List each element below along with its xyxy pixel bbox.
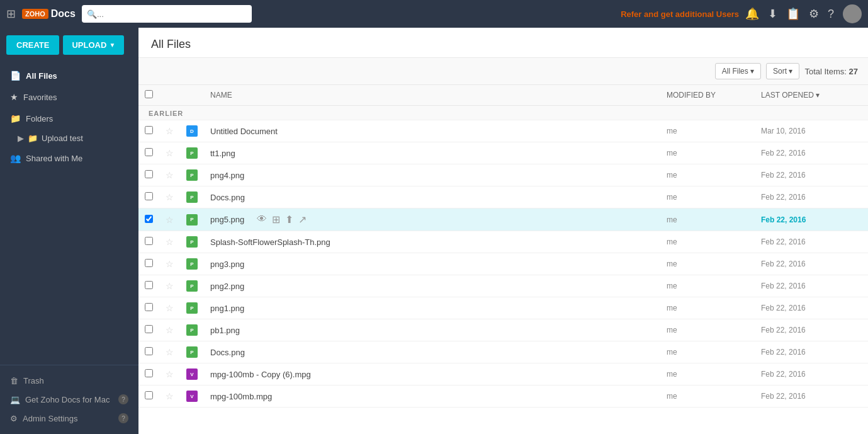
sidebar-actions: CREATE UPLOAD ▼ xyxy=(0,28,138,62)
file-table: NAME MODIFIED BY LAST OPENED ▾ EARLIER ☆… xyxy=(138,85,868,434)
toolbar: All Files ▾ Sort ▾ Total Items: 27 xyxy=(138,58,868,85)
sidebar-item-get-zoho[interactable]: 💻 Get Zoho Docs for Mac ? xyxy=(10,390,128,409)
file-name[interactable]: Docs.png xyxy=(210,193,245,202)
get-zoho-help-badge[interactable]: ? xyxy=(118,394,128,404)
row-checkbox[interactable] xyxy=(145,215,153,223)
row-checkbox[interactable] xyxy=(145,148,153,156)
sidebar-item-all-files[interactable]: 📄 All Files xyxy=(0,65,138,86)
row-checkbox[interactable] xyxy=(145,369,153,377)
admin-help-badge[interactable]: ? xyxy=(118,413,128,423)
file-name[interactable]: Untitled Document xyxy=(210,127,278,136)
star-icon[interactable]: ☆ xyxy=(166,325,174,335)
row-modified-cell: me xyxy=(660,319,755,341)
png-file-icon: P xyxy=(186,280,198,292)
table-row: ☆ P pb1.png me Feb 22, 2016 xyxy=(138,319,868,341)
row-name-cell: mpg-100mb - Copy (6).mpg xyxy=(204,363,660,385)
row-modified-cell: me xyxy=(660,186,755,208)
row-checkbox[interactable] xyxy=(145,170,153,178)
row-checkbox[interactable] xyxy=(145,259,153,267)
file-name[interactable]: tt1.png xyxy=(210,149,235,158)
row-checkbox[interactable] xyxy=(145,347,153,355)
tasks-icon[interactable]: 📋 xyxy=(786,7,800,21)
star-icon[interactable]: ☆ xyxy=(166,192,174,202)
row-checkbox[interactable] xyxy=(145,303,153,311)
trash-icon: 🗑 xyxy=(10,376,18,385)
row-icon-cell: P xyxy=(180,186,204,208)
row-icon-cell: D xyxy=(180,120,204,142)
star-icon[interactable]: ☆ xyxy=(166,281,174,291)
move-action-icon[interactable]: ⬆ xyxy=(285,214,293,226)
settings-icon[interactable]: ⚙ xyxy=(809,7,819,21)
row-name-cell: png4.png xyxy=(204,164,660,186)
row-star-cell: ☆ xyxy=(159,275,180,297)
sort-button[interactable]: Sort ▾ xyxy=(766,63,799,79)
download-icon[interactable]: ⬇ xyxy=(768,7,777,21)
row-checkbox[interactable] xyxy=(145,126,153,134)
sidebar-item-shared[interactable]: 👥 Shared with Me xyxy=(0,147,138,169)
file-name[interactable]: png5.png xyxy=(210,215,244,224)
star-icon[interactable]: ☆ xyxy=(166,148,174,158)
sidebar-item-admin[interactable]: ⚙ Admin Settings ? xyxy=(10,409,128,428)
create-button[interactable]: CREATE xyxy=(6,35,59,55)
row-checkbox[interactable] xyxy=(145,281,153,289)
star-icon[interactable]: ☆ xyxy=(166,391,174,401)
star-icon[interactable]: ☆ xyxy=(166,237,174,247)
file-name[interactable]: png3.png xyxy=(210,260,244,269)
row-name-cell: mpg-100mb.mpg xyxy=(204,385,660,408)
row-name-cell: Docs.png xyxy=(204,341,660,363)
file-name-group: png1.png xyxy=(210,304,654,313)
row-name-cell: png1.png xyxy=(204,297,660,319)
open-action-icon[interactable]: ↗ xyxy=(298,214,307,226)
file-name[interactable]: png1.png xyxy=(210,304,244,313)
file-name[interactable]: Splash-SoftFlowerSplash-Th.png xyxy=(210,237,330,247)
row-checkbox[interactable] xyxy=(145,391,153,399)
star-icon[interactable]: ☆ xyxy=(166,170,174,180)
preview-action-icon[interactable]: 👁 xyxy=(257,214,267,226)
row-checkbox[interactable] xyxy=(145,192,153,200)
video-file-icon: V xyxy=(186,391,198,402)
file-name[interactable]: png4.png xyxy=(210,171,244,180)
sidebar-item-folders[interactable]: 📁 Folders xyxy=(0,108,138,129)
sidebar-item-upload-test[interactable]: ▶ 📁 Upload test xyxy=(0,129,138,147)
star-icon[interactable]: ☆ xyxy=(166,303,174,313)
row-checkbox[interactable] xyxy=(145,237,153,245)
main-layout: CREATE UPLOAD ▼ 📄 All Files ★ Favorites … xyxy=(0,28,868,434)
row-star-cell: ☆ xyxy=(159,186,180,208)
share-action-icon[interactable]: ⊞ xyxy=(272,214,280,226)
refer-link[interactable]: Refer and get additional Users xyxy=(621,9,739,19)
star-icon[interactable]: ☆ xyxy=(166,215,174,225)
file-name[interactable]: pb1.png xyxy=(210,326,240,335)
content-header: All Files xyxy=(138,28,868,58)
star-icon[interactable]: ☆ xyxy=(166,126,174,136)
sidebar-item-trash[interactable]: 🗑 Trash xyxy=(10,372,128,390)
grid-icon[interactable]: ⊞ xyxy=(6,7,16,21)
row-star-cell: ☆ xyxy=(159,231,180,253)
all-files-filter-button[interactable]: All Files ▾ xyxy=(715,63,761,79)
png-file-icon: P xyxy=(186,258,198,270)
row-checkbox-cell xyxy=(138,275,159,297)
file-name[interactable]: mpg-100mb.mpg xyxy=(210,392,272,401)
file-name[interactable]: png2.png xyxy=(210,282,244,291)
star-icon[interactable]: ☆ xyxy=(166,369,174,379)
col-name-header[interactable]: NAME xyxy=(204,85,660,106)
png-file-icon: P xyxy=(186,147,198,159)
row-checkbox-cell xyxy=(138,186,159,208)
col-opened-header[interactable]: LAST OPENED ▾ xyxy=(755,85,868,106)
row-checkbox[interactable] xyxy=(145,325,153,333)
search-input[interactable] xyxy=(97,9,247,19)
file-name[interactable]: Docs.png xyxy=(210,348,245,357)
col-modified-header[interactable]: MODIFIED BY xyxy=(660,85,755,106)
notifications-icon[interactable]: 🔔 xyxy=(745,7,759,21)
star-icon[interactable]: ☆ xyxy=(166,259,174,269)
total-items-label: Total Items: 27 xyxy=(804,67,858,76)
top-nav: ⊞ ZOHO Docs 🔍 Refer and get additional U… xyxy=(0,0,868,28)
upload-button[interactable]: UPLOAD ▼ xyxy=(63,35,124,55)
avatar[interactable] xyxy=(843,4,862,23)
help-icon[interactable]: ? xyxy=(828,8,834,21)
sidebar-item-favorites[interactable]: ★ Favorites xyxy=(0,86,138,108)
row-icon-cell: P xyxy=(180,231,204,253)
select-all-checkbox[interactable] xyxy=(145,90,153,98)
star-icon[interactable]: ☆ xyxy=(166,347,174,357)
file-name[interactable]: mpg-100mb - Copy (6).mpg xyxy=(210,370,311,379)
logo-docs: Docs xyxy=(51,8,76,20)
